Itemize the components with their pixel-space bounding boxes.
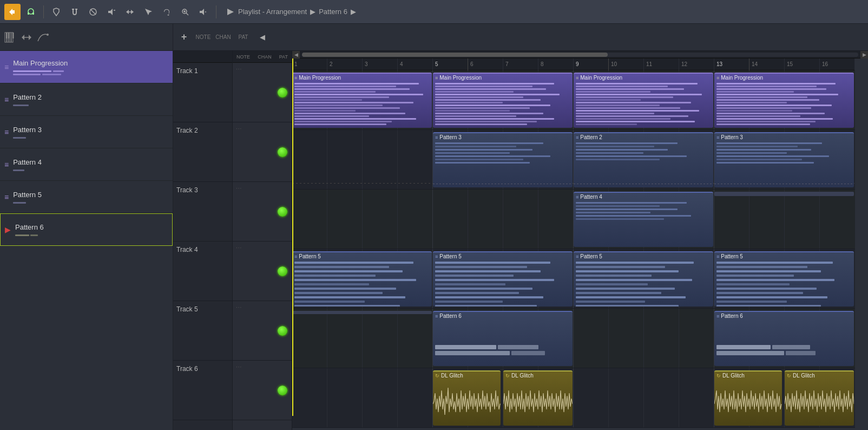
scroll-thumb	[302, 53, 608, 57]
grid-track-row-5[interactable]: ≡ Pattern 6	[292, 309, 855, 368]
svg-point-27	[47, 34, 49, 36]
track-label-5: Track 5	[173, 301, 232, 361]
pattern-name-2: Pattern 2	[13, 93, 42, 101]
track-ctrl-1: ···	[233, 63, 292, 122]
track-label-2: Track 2	[173, 122, 232, 182]
pattern-name-1: Main Progression	[13, 59, 68, 67]
pattern-name-6: Pattern 6	[15, 223, 44, 231]
speaker2-button[interactable]	[195, 4, 212, 20]
zoom-button[interactable]	[177, 4, 193, 20]
pattern-icon-5: ≡	[4, 193, 9, 201]
track-label-3: Track 3	[173, 182, 232, 242]
scroll-left-arrow[interactable]: ◀	[292, 51, 300, 58]
block-track2-pattern2-1[interactable]: ≡ Pattern 2	[574, 132, 713, 187]
track-controls-header: NOTE CHAN PAT	[233, 51, 292, 63]
block-track4-pattern5-1[interactable]: ≡ Pattern 5	[292, 251, 432, 307]
separator-1	[43, 5, 44, 18]
track-dots-2: ···	[236, 126, 242, 132]
block-track3-pattern4-1[interactable]: ≡ Pattern 4	[574, 192, 713, 247]
svg-marker-0	[9, 9, 15, 15]
grid-wrapper[interactable]: ◀ ▶ 1 2 3 4 5 6 7	[292, 51, 868, 430]
grid-track-row-6[interactable]: ↻ DL Glitch	[292, 368, 855, 428]
pattern-item-6[interactable]: ▶ Pattern 6	[0, 213, 173, 246]
block-track1-mainprog-2[interactable]: ≡ Main Progression	[433, 73, 573, 128]
track-ctrl-2: ···	[233, 122, 292, 182]
snap-button[interactable]	[48, 4, 64, 20]
block-track2-pattern3-2[interactable]: ≡ Pattern 3	[714, 132, 854, 187]
block-track2-pattern3-1[interactable]: ≡ Pattern 3	[433, 132, 573, 187]
pattern-item-5[interactable]: ≡ Pattern 5	[0, 181, 173, 213]
block-track4-pattern5-2[interactable]: ≡ Pattern 5	[433, 251, 573, 307]
block-track6-dlglitch-3[interactable]: ↻ DL Glitch	[714, 370, 782, 426]
svg-rect-3	[32, 12, 34, 15]
track-labels: Track 1 Track 2 Track 3 Track 4 Track 5 …	[173, 51, 233, 430]
grid-inner: 1 2 3 4 5 6 7 8 9 10 11 12 13 14	[292, 58, 855, 428]
pattern-item-1[interactable]: ≡ Main Progression	[0, 51, 173, 83]
track-mute-3[interactable]	[278, 207, 287, 217]
ruler-11: 11	[644, 58, 679, 70]
track-dots-5: ···	[236, 304, 242, 310]
scroll-left-button[interactable]: ◀	[255, 30, 270, 45]
arrows-small-icon	[21, 31, 32, 43]
pattern-icon-2: ≡	[4, 95, 9, 104]
track-dots-4: ···	[236, 245, 242, 251]
ruler-8: 8	[538, 58, 574, 70]
ruler-15: 15	[785, 58, 820, 70]
block-track1-mainprog-4[interactable]: ≡ Main Progression	[714, 73, 854, 128]
track-mute-2[interactable]	[278, 147, 287, 157]
headphones-button[interactable]	[23, 4, 39, 20]
pattern-item-2[interactable]: ≡ Pattern 2	[0, 83, 173, 116]
scroll-right-arrow[interactable]: ▶	[860, 51, 868, 58]
block-track6-dlglitch-2[interactable]: ↻ DL Glitch	[503, 370, 573, 426]
pattern-name-5: Pattern 5	[13, 191, 42, 199]
pattern-icon-1: ≡	[4, 63, 9, 71]
block-track6-dlglitch-4[interactable]: ↻ DL Glitch	[785, 370, 854, 426]
ruler-7: 7	[503, 58, 538, 70]
loop-button[interactable]	[159, 4, 175, 20]
col-note-label: NOTE	[194, 34, 213, 40]
track-ctrl-4: ···	[233, 242, 292, 301]
pattern-name-4: Pattern 4	[13, 158, 42, 166]
playlist-name: Playlist - Arrangement	[238, 8, 307, 16]
grid-track-row-3[interactable]: ≡ Pattern 4	[292, 190, 855, 249]
grid-track-row-4[interactable]: ≡ Pattern 5	[292, 249, 855, 309]
mute-button[interactable]	[85, 4, 101, 20]
ruler-3: 3	[363, 58, 398, 70]
pattern-item-3[interactable]: ≡ Pattern 3	[0, 116, 173, 148]
scroll-track[interactable]	[302, 53, 858, 57]
undo-button[interactable]	[4, 4, 21, 20]
playlist-toolbar: + NOTE CHAN PAT ◀	[173, 24, 868, 51]
add-track-button[interactable]: +	[176, 30, 192, 45]
block-track4-pattern5-3[interactable]: ≡ Pattern 5	[574, 251, 713, 307]
block-track5-pattern6-2[interactable]: ≡ Pattern 6	[714, 311, 854, 366]
pattern-item-4[interactable]: ≡ Pattern 4	[0, 148, 173, 181]
pattern-list: ≡ Main Progression ≡ Pattern 2	[0, 24, 173, 430]
block-track5-pattern6-1[interactable]: ≡ Pattern 6	[433, 311, 573, 366]
svg-marker-15	[200, 9, 204, 15]
pattern-icon-4: ≡	[4, 160, 9, 169]
speaker-off-button[interactable]	[103, 4, 120, 20]
select-button[interactable]	[140, 4, 156, 20]
arrows-button[interactable]	[122, 4, 138, 20]
block-track6-dlglitch-1[interactable]: ↻ DL Glitch	[433, 370, 501, 426]
playlist-pattern: Pattern 6	[319, 8, 347, 16]
track-mute-4[interactable]	[278, 266, 287, 276]
block-track4-pattern5-4[interactable]: ≡ Pattern 5	[714, 251, 854, 307]
ruler-6: 6	[468, 58, 503, 70]
svg-marker-18	[227, 9, 234, 15]
toolbar: Playlist - Arrangement ▶ Pattern 6 ▶	[0, 0, 868, 24]
col-chan-label: CHAN	[214, 34, 233, 40]
waveform-svg-3	[714, 382, 782, 424]
top-scrollbar[interactable]: ◀ ▶	[292, 51, 868, 58]
magnet-button[interactable]	[67, 4, 83, 20]
grid-track-row-2[interactable]: ≡ Pattern 3	[292, 130, 855, 190]
track-3-label: Track 3	[176, 186, 198, 194]
track-mute-5[interactable]	[278, 326, 287, 336]
svg-rect-24	[8, 32, 10, 38]
waveform-svg-2	[503, 382, 573, 424]
grid-track-row-1[interactable]: ≡ Main Progression	[292, 70, 855, 130]
block-track1-mainprog-3[interactable]: ≡ Main Progression	[574, 73, 713, 128]
block-track1-mainprog-1[interactable]: ≡ Main Progression	[292, 73, 432, 128]
track-mute-1[interactable]	[278, 88, 287, 97]
track-mute-6[interactable]	[278, 386, 287, 395]
